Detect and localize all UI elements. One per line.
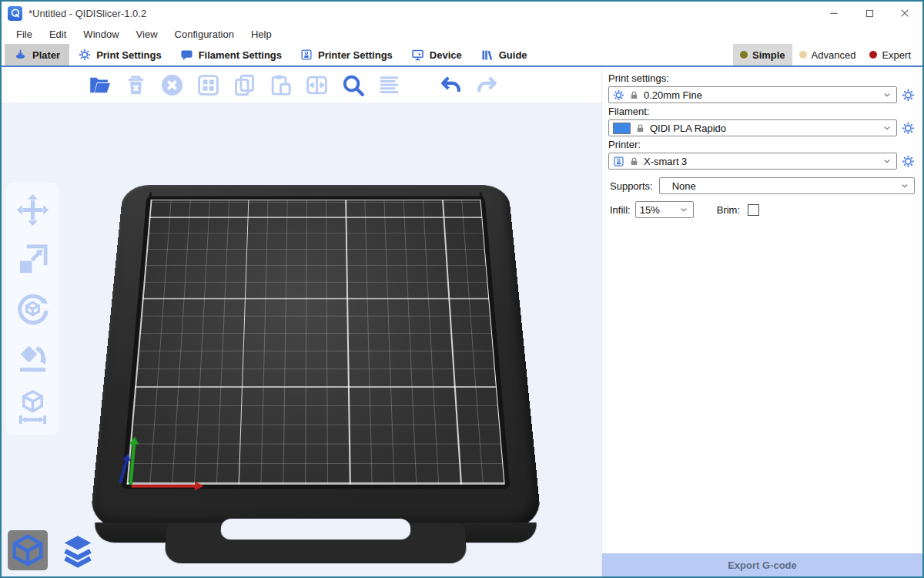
3d-view-button[interactable] bbox=[8, 530, 48, 570]
delete-all-icon bbox=[160, 73, 184, 97]
delete-button[interactable] bbox=[121, 70, 150, 99]
open-icon bbox=[88, 73, 112, 97]
brim-checkbox[interactable] bbox=[748, 204, 759, 216]
print-settings-label: Print settings: bbox=[608, 72, 915, 84]
menu-configuration[interactable]: Configuration bbox=[166, 29, 243, 40]
supports-dropdown[interactable]: None bbox=[659, 177, 915, 194]
edit-printer-gear-icon[interactable] bbox=[902, 155, 915, 168]
infill-label: Infill: bbox=[610, 204, 631, 216]
plate-clip-right bbox=[474, 193, 484, 205]
filament-bubble-icon bbox=[180, 49, 193, 62]
split-button[interactable] bbox=[302, 70, 331, 99]
arrange-button[interactable] bbox=[193, 70, 223, 99]
guide-books-icon bbox=[480, 49, 494, 62]
tab-device[interactable]: Device bbox=[402, 44, 471, 66]
chevron-down-icon bbox=[882, 89, 892, 100]
plater-icon bbox=[14, 49, 27, 62]
lock-icon bbox=[629, 156, 639, 166]
chevron-down-icon bbox=[882, 123, 892, 133]
scene-toolbar bbox=[85, 70, 501, 99]
redo-icon bbox=[475, 73, 499, 97]
chevron-down-icon bbox=[882, 156, 892, 166]
expert-dot-icon bbox=[869, 51, 877, 59]
lock-icon bbox=[635, 123, 645, 133]
preview-layers-icon bbox=[60, 533, 95, 568]
filament-label: Filament: bbox=[608, 106, 915, 117]
app-logo-icon bbox=[8, 6, 22, 21]
move-icon[interactable] bbox=[15, 192, 51, 228]
paste-icon bbox=[269, 73, 293, 97]
settings-sidebar: Print settings: 0.20mm Fine Filament: QI… bbox=[601, 67, 922, 576]
3d-view-cube-icon bbox=[10, 533, 45, 568]
mode-simple[interactable]: Simple bbox=[733, 44, 792, 66]
edit-print-settings-gear-icon[interactable] bbox=[902, 89, 915, 102]
tab-bar: Plater Print Settings Filament Settings … bbox=[2, 44, 922, 67]
menu-edit[interactable]: Edit bbox=[41, 29, 75, 40]
viewport-3d[interactable] bbox=[2, 67, 601, 576]
redo-button[interactable] bbox=[472, 70, 501, 99]
copy-button[interactable] bbox=[229, 70, 259, 99]
filament-color-swatch bbox=[613, 123, 631, 134]
mode-advanced[interactable]: Advanced bbox=[792, 44, 863, 66]
print-settings-dropdown[interactable]: 0.20mm Fine bbox=[608, 86, 897, 103]
delete-icon bbox=[124, 73, 148, 97]
gear-icon bbox=[613, 89, 624, 101]
mode-selector: Simple Advanced Expert bbox=[733, 44, 922, 66]
plate-front-face bbox=[93, 523, 538, 543]
undo-button[interactable] bbox=[436, 70, 465, 99]
export-gcode-button[interactable]: Export G-code bbox=[602, 553, 922, 576]
chevron-down-icon bbox=[899, 180, 910, 191]
edit-filament-gear-icon[interactable] bbox=[902, 122, 915, 135]
open-button[interactable] bbox=[85, 70, 114, 99]
minimize-button[interactable] bbox=[816, 2, 852, 25]
maximize-button[interactable] bbox=[852, 2, 887, 25]
menu-file[interactable]: File bbox=[8, 29, 41, 40]
axis-z-arrow-icon bbox=[119, 459, 128, 483]
close-button[interactable] bbox=[887, 2, 922, 25]
build-plate bbox=[89, 185, 542, 527]
printer-icon bbox=[300, 49, 313, 61]
menu-view[interactable]: View bbox=[128, 29, 166, 40]
plate-recess bbox=[121, 197, 510, 489]
search-button[interactable] bbox=[338, 70, 367, 99]
paste-button[interactable] bbox=[266, 70, 295, 99]
tab-plater[interactable]: Plater bbox=[5, 44, 69, 66]
lock-icon bbox=[629, 90, 639, 100]
chevron-down-icon bbox=[678, 204, 689, 215]
build-plate-scene bbox=[108, 142, 524, 543]
tab-print-settings[interactable]: Print Settings bbox=[69, 44, 171, 66]
delete-all-button[interactable] bbox=[157, 70, 186, 99]
variable-layer-height-button[interactable] bbox=[374, 70, 403, 99]
title-bar: *Untitled - QIDISlicer-1.0.2 bbox=[2, 2, 922, 25]
tab-printer-settings[interactable]: Printer Settings bbox=[291, 44, 402, 66]
place-on-face-icon[interactable] bbox=[15, 340, 51, 376]
measure-icon[interactable] bbox=[15, 389, 51, 425]
plate-handle bbox=[164, 524, 467, 563]
menu-window[interactable]: Window bbox=[75, 29, 127, 40]
filament-dropdown[interactable]: QIDI PLA Rapido bbox=[608, 119, 897, 136]
scale-icon[interactable] bbox=[15, 241, 51, 277]
supports-label: Supports: bbox=[610, 180, 653, 192]
printer-label: Printer: bbox=[608, 139, 915, 150]
window-title: *Untitled - QIDISlicer-1.0.2 bbox=[28, 8, 146, 19]
advanced-dot-icon bbox=[799, 51, 807, 59]
tab-guide[interactable]: Guide bbox=[471, 44, 537, 66]
split-icon bbox=[305, 73, 329, 97]
infill-dropdown[interactable]: 15% bbox=[635, 201, 694, 218]
view-toggles bbox=[8, 530, 98, 570]
copy-icon bbox=[233, 73, 256, 97]
gizmo-toolbar bbox=[6, 183, 59, 435]
arrange-icon bbox=[196, 73, 220, 97]
undo-icon bbox=[439, 73, 463, 97]
plate-handle-notch bbox=[220, 519, 411, 539]
app-window: *Untitled - QIDISlicer-1.0.2 File Edit W… bbox=[0, 0, 924, 578]
preview-layers-button[interactable] bbox=[58, 530, 98, 570]
mode-expert[interactable]: Expert bbox=[862, 44, 918, 66]
tab-filament-settings[interactable]: Filament Settings bbox=[171, 44, 291, 66]
gear-icon bbox=[79, 49, 91, 61]
device-monitor-icon bbox=[411, 49, 424, 62]
printer-dropdown[interactable]: X-smart 3 bbox=[608, 153, 897, 170]
rotate-icon[interactable] bbox=[15, 291, 51, 327]
menu-help[interactable]: Help bbox=[243, 29, 280, 40]
simple-dot-icon bbox=[740, 51, 748, 59]
